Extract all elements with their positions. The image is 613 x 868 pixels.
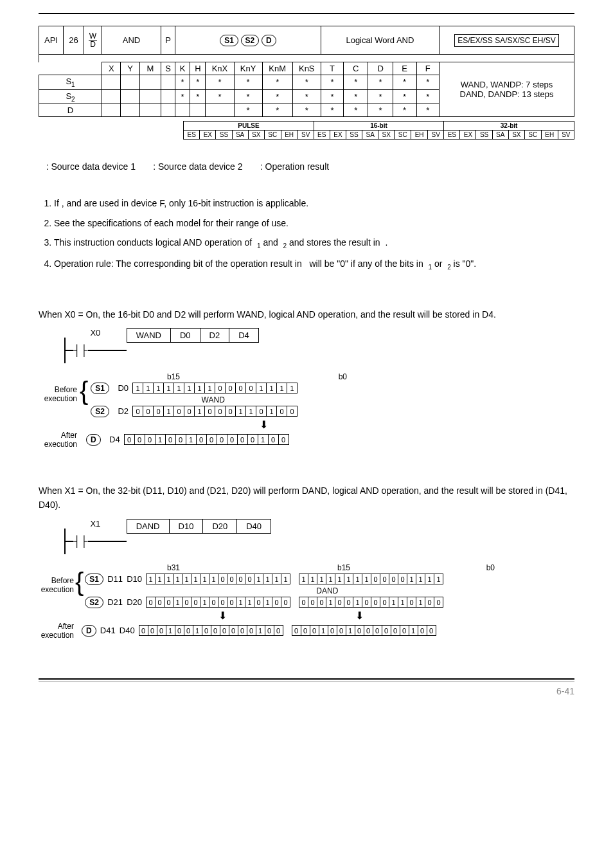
oval-d: D — [262, 35, 276, 46]
col-F: F — [416, 62, 439, 75]
col-T: T — [321, 62, 343, 75]
oval-s1: S1 — [220, 35, 238, 46]
ladder2: X1 ┤├ DAND D10 D20 D40 — [64, 519, 574, 554]
col-X: X — [102, 62, 121, 75]
col-C: C — [344, 62, 368, 75]
pulse-table: PULSE 16-bit 32-bit ESEXSSSASXSCEHSVESEX… — [183, 121, 574, 140]
col-KnY: KnY — [234, 62, 262, 75]
after-label: After execution — [39, 431, 77, 449]
steps-1: WAND, WANDP: 7 steps — [442, 80, 571, 89]
col-H: H — [190, 62, 206, 75]
explanations-list: If , and are used in device F, only 16-b… — [39, 196, 574, 272]
col-E: E — [393, 62, 416, 75]
col-KnX: KnX — [206, 62, 234, 75]
col-K: K — [175, 62, 190, 75]
instruction-table: API 26 W D AND P S1 S2 D Logical Word AN… — [39, 26, 574, 117]
example2-text: When X1 = On, the 32-bit (D11, D10) and … — [39, 484, 574, 512]
compat-box: ES/EX/SS SA/SX/SC EH/SV — [454, 34, 559, 47]
exp-1: If , and are used in device F, only 16-b… — [54, 196, 574, 210]
col-KnM: KnM — [262, 62, 292, 75]
api-label: API — [44, 35, 58, 45]
col-D: D — [368, 62, 393, 75]
p-flag: P — [165, 35, 171, 45]
footer: 6-41 — [39, 678, 574, 696]
page-number: 6-41 — [39, 686, 574, 696]
before-label: Before execution — [39, 381, 77, 403]
col-Y: Y — [121, 62, 139, 75]
operands-desc: : Source data device 1 : Source data dev… — [39, 161, 574, 172]
oval-s2: S2 — [241, 35, 260, 46]
exp-2: See the specifications of each model for… — [54, 216, 574, 230]
mnemonic: AND — [123, 35, 140, 45]
header-rule — [39, 13, 574, 14]
exp-4: Operation rule: The corresponding bit of… — [54, 257, 574, 273]
example1-text: When X0 = On, the 16-bit D0 and D2 will … — [39, 307, 574, 321]
col-S: S — [161, 62, 175, 75]
steps-2: DAND, DANDP: 13 steps — [442, 89, 571, 99]
col-KnS: KnS — [292, 62, 321, 75]
ladder1: X0 ┤├ WAND D0 D2 D4 — [64, 328, 574, 363]
exp-3: This instruction conducts logical AND op… — [54, 235, 574, 251]
col-M: M — [139, 62, 161, 75]
api-num: 26 — [69, 35, 78, 45]
wd-frac: W D — [89, 32, 97, 48]
func-label: Logical Word AND — [346, 35, 414, 45]
